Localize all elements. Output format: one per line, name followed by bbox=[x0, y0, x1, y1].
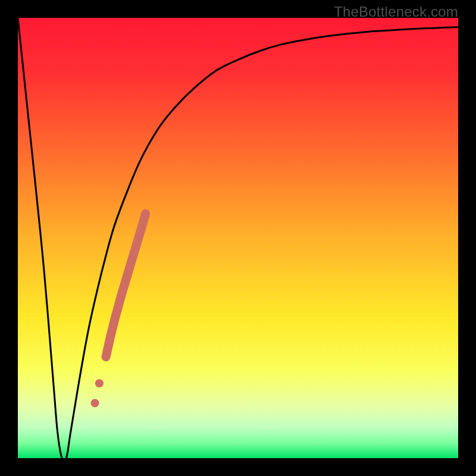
highlight-dot bbox=[91, 399, 99, 408]
chart-background bbox=[18, 18, 458, 458]
highlight-dot bbox=[95, 379, 104, 387]
bottleneck-chart bbox=[18, 18, 458, 458]
outer-frame: TheBottleneck.com bbox=[0, 0, 476, 476]
